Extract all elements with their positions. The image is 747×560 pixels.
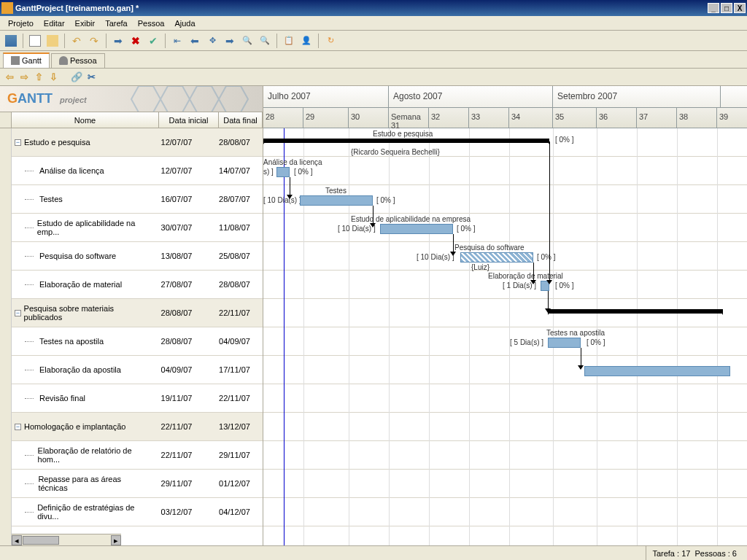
end-date: 28/08/07 (206, 138, 263, 147)
menu-tarefa[interactable]: Tarefa (100, 18, 133, 29)
tree-row[interactable]: Repasse para as áreas técnicas29/11/0701… (12, 470, 263, 498)
zoom-in-button[interactable]: 🔍 (257, 33, 273, 49)
goto-button[interactable]: ➡ (110, 33, 126, 49)
task-bar[interactable] (460, 252, 533, 262)
next-button[interactable]: ➡ (222, 33, 238, 49)
end-date: 28/08/07 (206, 280, 263, 289)
menu-pessoa[interactable]: Pessoa (133, 18, 170, 29)
window-title: GanttProject [treinamento.gan] * (15, 4, 708, 12)
link-button[interactable]: 🔗 (70, 71, 83, 84)
expand-icon: ✥ (209, 36, 216, 45)
month-row: Julho 2007Agosto 2007Setembro 2007 (263, 86, 747, 108)
tree-header: Nome Data inicial Data final (0, 112, 263, 128)
tree-row[interactable]: −Pesquisa sobre materiais publicados28/0… (12, 299, 263, 327)
prev-button[interactable]: ⬅ (187, 33, 203, 49)
week-cell: 30 (349, 108, 389, 128)
maximize-button[interactable]: □ (721, 3, 732, 13)
nav-left-button[interactable]: ⇦ (3, 71, 16, 84)
gantt-body[interactable]: Estudo e pesquisa[ 0% ]{Ricardo Sequeira… (263, 128, 747, 547)
col-end[interactable]: Data final (219, 112, 263, 128)
col-name[interactable]: Nome (12, 112, 159, 128)
task-bar[interactable] (300, 195, 373, 206)
gantt-row (263, 157, 747, 185)
nav-right-button[interactable]: ⇨ (18, 71, 31, 84)
menu-ajuda[interactable]: Ajuda (169, 18, 200, 29)
tree-row[interactable]: Estudo de aplicabilidade na emp...30/07/… (12, 214, 263, 242)
tree-row[interactable]: Pesquisa do software13/08/0725/08/07 (12, 242, 263, 271)
tree-row[interactable]: Testes na apostila28/08/0704/09/07 (12, 327, 263, 356)
new-button[interactable] (27, 33, 43, 49)
tab-label: Gantt (22, 56, 42, 65)
tree-row[interactable]: Elaboração de relatório de hom...22/11/0… (12, 441, 263, 470)
toolbar-separator (276, 34, 277, 48)
gantt-row (263, 413, 747, 441)
task-name: Repasse para as áreas técnicas (38, 475, 147, 492)
gantt-gridline (597, 128, 597, 547)
week-cell: 39 (717, 108, 747, 128)
delete-button[interactable]: ✖ (128, 33, 144, 49)
person-button[interactable]: 👤 (298, 33, 314, 49)
delete-icon: ✖ (131, 35, 140, 47)
close-button[interactable]: X (734, 3, 746, 13)
week-cell: 35 (553, 108, 597, 128)
menu-exibir[interactable]: Exibir (70, 18, 101, 29)
tab-pessoa[interactable]: Pessoa (51, 53, 105, 68)
toolbar-separator (318, 34, 319, 48)
unlink-button[interactable]: ✂ (85, 71, 98, 84)
tree-row[interactable]: Elaboração de material27/08/0728/08/07 (12, 271, 263, 299)
month-cell: Setembro 2007 (553, 86, 721, 107)
dependency-arrow (546, 280, 552, 284)
expand-button[interactable]: ✥ (204, 33, 220, 49)
task-bar[interactable] (276, 167, 290, 177)
first-button[interactable]: ⇤ (169, 33, 185, 49)
dependency-line (581, 348, 581, 365)
save-button[interactable] (3, 33, 19, 49)
tab-gantt[interactable]: Gantt (3, 52, 50, 68)
task-label: Testes na apostila (546, 329, 605, 337)
save-icon (5, 35, 17, 47)
arrow-right-icon: ➡ (114, 35, 123, 47)
task-bar[interactable] (584, 366, 730, 376)
pct-label: [ 0% ] (555, 281, 574, 289)
task-bar[interactable] (548, 338, 581, 348)
task-icon: 📋 (284, 36, 294, 45)
minimize-button[interactable]: _ (708, 3, 719, 13)
tree-row[interactable]: Elaboração da apostila04/09/0717/11/07 (12, 356, 263, 384)
tree-hscroll[interactable]: ◂ ▸ (12, 534, 121, 545)
expander-icon[interactable]: − (15, 139, 21, 146)
col-start[interactable]: Data inicial (159, 112, 219, 128)
tree-row[interactable]: Testes16/07/0728/07/07 (12, 185, 263, 214)
start-date: 22/11/07 (147, 451, 206, 459)
task-label: Testes (325, 187, 347, 195)
task-button[interactable]: 📋 (281, 33, 297, 49)
first-icon: ⇤ (174, 36, 181, 46)
gantt-row (263, 384, 747, 413)
redo-button[interactable]: ↷ (86, 33, 102, 49)
gantt-icon (11, 56, 20, 65)
tree-row[interactable]: −Homologação e implantação22/11/0713/12/… (12, 413, 263, 441)
nav-down-button[interactable]: ⇩ (47, 71, 60, 84)
refresh-button[interactable]: ↻ (322, 33, 338, 49)
nav-up-button[interactable]: ⇧ (32, 71, 45, 84)
check-button[interactable]: ✔ (145, 33, 161, 49)
task-bar[interactable] (380, 224, 453, 234)
tree-row[interactable]: −Estudo e pesquisa12/07/0728/08/07 (12, 128, 263, 157)
week-cell: 38 (677, 108, 717, 128)
menu-projeto[interactable]: Projeto (3, 18, 39, 29)
gantt-gridline (349, 128, 349, 547)
tree-body: −Estudo e pesquisa12/07/0728/08/07Anális… (0, 128, 263, 547)
tree-vscroll[interactable] (0, 128, 12, 547)
start-date: 27/08/07 (147, 280, 206, 289)
logo-antt: ANTT (18, 91, 53, 106)
tab-label: Pessoa (70, 56, 97, 65)
zoom-out-button[interactable]: 🔍 (239, 33, 255, 49)
expander-icon[interactable]: − (15, 310, 21, 316)
undo-button[interactable]: ↶ (69, 33, 85, 49)
tree-row[interactable]: Revisão final19/11/0722/11/07 (12, 384, 263, 413)
tree-row[interactable]: Definição de estratégias de divu...03/12… (12, 498, 263, 526)
menu-editar[interactable]: Editar (39, 18, 70, 29)
expander-icon[interactable]: − (15, 424, 21, 430)
tree-row[interactable]: Análise da licença12/07/0714/07/07 (12, 157, 263, 185)
end-date: 22/11/07 (206, 394, 263, 402)
open-button[interactable] (44, 33, 61, 49)
